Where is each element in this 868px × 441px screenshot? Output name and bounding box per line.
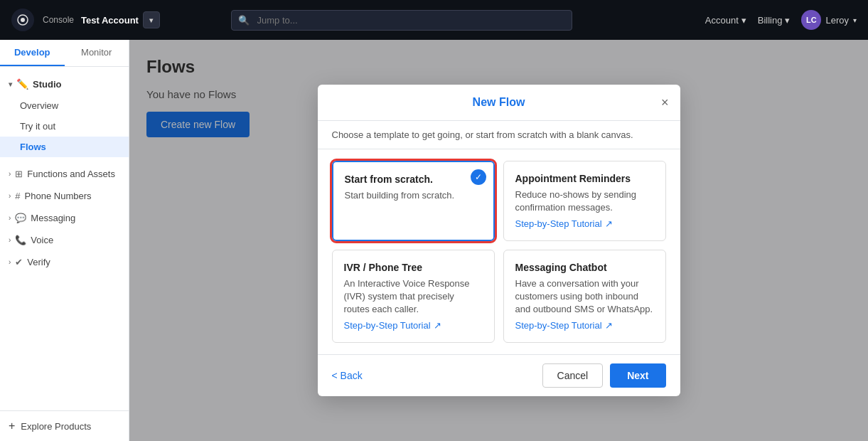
svg-point-1 (21, 18, 25, 22)
account-selector[interactable]: Console Test Account ▾ (43, 11, 160, 28)
sidebar-item-try-it-out[interactable]: Try it out (0, 116, 129, 137)
modal-title: New Flow (473, 96, 525, 109)
sidebar-group-messaging[interactable]: › 💬 Messaging (0, 207, 129, 229)
next-button[interactable]: Next (610, 363, 665, 388)
template-link-chatbot[interactable]: Step-by-Step Tutorial ↗ (515, 320, 654, 331)
nav-right: Account ▾ Billing ▾ LC Leroy ▾ (705, 10, 857, 30)
modal-close-button[interactable]: × (661, 96, 669, 109)
main-content: Flows You have no Flows Create new Flow … (129, 40, 868, 441)
user-menu[interactable]: LC Leroy ▾ (801, 10, 857, 30)
template-card-ivr[interactable]: IVR / Phone Tree An Interactive Voice Re… (332, 250, 495, 344)
billing-menu[interactable]: Billing ▾ (758, 15, 791, 26)
modal-body: ✓ Start from scratch. Start building fro… (318, 149, 680, 355)
template-desc-appointment: Reduce no-shows by sending confirmation … (515, 188, 654, 214)
modal-header: New Flow × (318, 85, 680, 121)
template-title-scratch: Start from scratch. (345, 174, 482, 185)
verify-chevron-icon: › (9, 258, 11, 266)
template-title-appointment: Appointment Reminders (515, 173, 654, 184)
sidebar-section-studio: ▾ ✏️ Studio Overview Try it out Flows (0, 67, 129, 163)
account-chevron-btn[interactable]: ▾ (143, 11, 160, 28)
sidebar-group-studio[interactable]: ▾ ✏️ Studio (0, 73, 129, 95)
messaging-chevron-icon: › (9, 214, 11, 222)
messaging-icon: 💬 (15, 213, 26, 223)
search-icon: 🔍 (238, 15, 250, 26)
template-title-chatbot: Messaging Chatbot (515, 262, 654, 273)
verify-icon: ✔ (15, 257, 23, 267)
account-name: Test Account (81, 15, 139, 26)
tab-monitor[interactable]: Monitor (65, 40, 129, 66)
modal-footer: < Back Cancel Next (318, 354, 680, 396)
search-input[interactable] (231, 10, 572, 31)
external-link-icon-appointment: ↗ (605, 218, 613, 229)
search-bar: 🔍 (231, 10, 572, 31)
user-chevron-icon: ▾ (853, 16, 857, 24)
new-flow-modal: New Flow × Choose a template to get goin… (318, 85, 680, 397)
functions-assets-label: Functions and Assets (27, 169, 115, 179)
sidebar-group-functions-assets[interactable]: › ⊞ Functions and Assets (0, 163, 129, 185)
console-label: Console (43, 15, 74, 25)
verify-label: Verify (27, 257, 50, 267)
back-button[interactable]: < Back (332, 370, 363, 381)
sidebar-item-overview[interactable]: Overview (0, 95, 129, 116)
phone-chevron-icon: › (9, 192, 11, 200)
account-chevron-icon: ▾ (741, 15, 746, 26)
template-card-appointment[interactable]: Appointment Reminders Reduce no-shows by… (503, 161, 666, 241)
voice-icon: 📞 (15, 235, 26, 245)
messaging-label: Messaging (31, 213, 75, 223)
template-link-appointment[interactable]: Step-by-Step Tutorial ↗ (515, 218, 654, 229)
template-card-scratch[interactable]: ✓ Start from scratch. Start building fro… (332, 161, 495, 241)
sidebar: Develop Monitor ▾ ✏️ Studio Overview Try… (0, 40, 129, 441)
studio-icon: ✏️ (16, 78, 28, 90)
sidebar-group-verify[interactable]: › ✔ Verify (0, 251, 129, 273)
explore-label: Explore Products (21, 421, 91, 432)
studio-chevron-icon: ▾ (9, 80, 12, 88)
sidebar-tabs: Develop Monitor (0, 40, 129, 67)
template-title-ivr: IVR / Phone Tree (344, 262, 483, 273)
voice-chevron-icon: › (9, 236, 11, 244)
external-link-icon-chatbot: ↗ (605, 320, 613, 331)
phone-icon: # (15, 191, 20, 201)
template-desc-chatbot: Have a conversation with your customers … (515, 277, 654, 317)
avatar: LC (801, 10, 821, 30)
template-desc-ivr: An Interactive Voice Response (IVR) syst… (344, 277, 483, 317)
sidebar-group-phone-numbers[interactable]: › # Phone Numbers (0, 185, 129, 207)
tab-develop[interactable]: Develop (0, 40, 65, 66)
studio-label: Studio (33, 79, 61, 90)
selected-check-icon: ✓ (471, 169, 486, 185)
external-link-icon-ivr: ↗ (434, 320, 441, 331)
top-navigation: Console Test Account ▾ 🔍 Account ▾ Billi… (0, 0, 868, 40)
voice-label: Voice (31, 235, 53, 245)
functions-icon: ⊞ (15, 169, 23, 179)
cancel-button[interactable]: Cancel (542, 363, 604, 388)
functions-chevron-icon: › (9, 170, 11, 178)
modal-subtitle: Choose a template to get going, or start… (318, 121, 680, 149)
template-link-ivr[interactable]: Step-by-Step Tutorial ↗ (344, 320, 483, 331)
billing-chevron-icon: ▾ (785, 15, 790, 26)
modal-footer-actions: Cancel Next (542, 363, 666, 388)
account-menu[interactable]: Account ▾ (705, 15, 746, 26)
template-card-chatbot[interactable]: Messaging Chatbot Have a conversation wi… (503, 250, 666, 344)
sidebar-group-voice[interactable]: › 📞 Voice (0, 229, 129, 251)
template-desc-scratch: Start building from scratch. (345, 189, 482, 202)
user-name-label: Leroy (825, 15, 849, 26)
explore-products[interactable]: + Explore Products (0, 410, 129, 441)
app-logo (11, 9, 34, 31)
phone-numbers-label: Phone Numbers (25, 191, 92, 201)
modal-overlay: New Flow × Choose a template to get goin… (129, 40, 868, 441)
sidebar-item-flows[interactable]: Flows (0, 137, 129, 157)
explore-icon: + (9, 420, 15, 432)
